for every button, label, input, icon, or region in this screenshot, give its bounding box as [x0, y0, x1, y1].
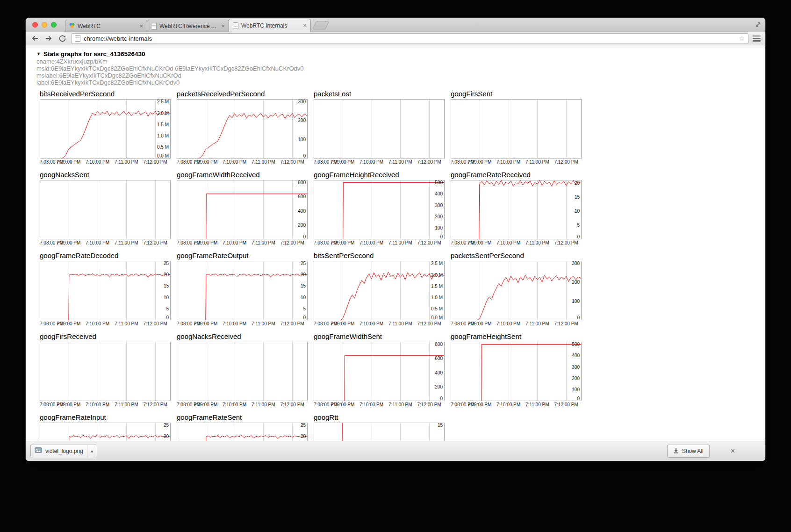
chart-bitsSentPerSecond: bitsSentPerSecond2.5 M2.0 M1.5 M1.0 M0.5… [314, 252, 451, 327]
address-bar[interactable]: chrome://webrtc-internals ☆ [71, 33, 748, 44]
forward-button[interactable] [44, 34, 53, 43]
chart-title: packetsSentPerSecond [451, 252, 588, 260]
chart-title: googFrameHeightReceived [314, 171, 451, 179]
ssrc-meta-msid: msid:6E9laEYkyxIkTCxDgc82ZGoEhlCfxNuCKrO… [36, 65, 765, 72]
y-axis-tick: 0 [303, 153, 306, 158]
chart-plot [451, 99, 582, 158]
chart-plot: 20151050 [451, 180, 582, 239]
tab-label: WebRTC [78, 23, 137, 29]
y-axis-tick: 100 [435, 225, 443, 230]
x-axis-label: 7:10:00 PM [86, 240, 109, 245]
chart-googFirsSent: googFirsSent7:08:00 PM7:09:00 PM7:10:00 … [451, 90, 588, 165]
x-axis-label: 7:10:00 PM [223, 159, 246, 165]
y-axis-tick: 0 [440, 396, 443, 401]
y-axis-tick: 600 [435, 356, 443, 361]
tab-webrtc-internals[interactable]: WebRTC Internals × [229, 19, 311, 32]
back-button[interactable] [30, 34, 40, 43]
zoom-window-button[interactable] [51, 22, 57, 28]
x-axis-labels: 7:08:00 PM7:09:00 PM7:10:00 PM7:11:00 PM… [177, 240, 314, 246]
y-axis-tick: 600 [298, 194, 306, 199]
chart-plot: 2.5 M2.0 M1.5 M1.0 M0.5 M0.0 M [314, 261, 445, 320]
y-axis-tick: 20 [575, 180, 580, 186]
url-text[interactable]: chrome://webrtc-internals [84, 35, 152, 42]
tab-close-icon[interactable]: × [139, 23, 143, 29]
y-axis-tick: 300 [435, 203, 443, 208]
page-favicon-icon [151, 23, 157, 29]
x-axis-label: 7:12:00 PM [280, 402, 304, 407]
y-axis-tick: 25 [301, 423, 306, 428]
y-axis-tick: 0.0 M [157, 153, 169, 158]
x-axis-labels: 7:08:00 PM7:09:00 PM7:10:00 PM7:11:00 PM… [40, 159, 177, 165]
y-axis-tick: 5 [166, 306, 169, 311]
y-axis-tick: 15 [301, 283, 306, 288]
page-content: ▼ Stats graphs for ssrc_4136526430 cname… [26, 45, 765, 461]
chart-googFrameWidthReceived: googFrameWidthReceived80060040020007:08:… [177, 171, 314, 246]
y-axis-tick: 20 [301, 434, 306, 439]
download-bar-close-icon[interactable]: × [731, 447, 735, 455]
x-axis-label: 7:11:00 PM [525, 159, 549, 165]
x-axis-label: 7:09:00 PM [331, 402, 354, 407]
chart-packetsSentPerSecond: packetsSentPerSecond30020010007:08:00 PM… [451, 252, 588, 327]
x-axis-labels: 7:08:00 PM7:09:00 PM7:10:00 PM7:11:00 PM… [40, 321, 177, 327]
y-axis-tick: 2.0 M [157, 111, 169, 116]
chart-googFrameRateDecoded: googFrameRateDecoded25201510507:08:00 PM… [40, 252, 177, 327]
y-axis-tick: 300 [298, 99, 306, 104]
x-axis-label: 7:09:00 PM [57, 402, 80, 407]
chart-plot: 2520151050 [177, 261, 308, 320]
chart-googNacksReceived: googNacksReceived7:08:00 PM7:09:00 PM7:1… [177, 332, 314, 408]
y-axis-tick: 500 [572, 342, 580, 347]
tab-webrtc-reference-app[interactable]: WebRTC Reference App × [147, 20, 229, 32]
y-axis-tick: 0.5 M [157, 144, 169, 150]
x-axis-label: 7:10:00 PM [360, 159, 383, 165]
x-axis-label: 7:10:00 PM [86, 402, 109, 407]
y-axis-tick: 25 [164, 261, 169, 266]
collapse-caret-icon[interactable]: ▼ [36, 51, 41, 56]
download-item[interactable]: vidtel_logo.png ▾ [30, 445, 97, 458]
x-axis-label: 7:10:00 PM [496, 240, 520, 245]
x-axis-label: 7:09:00 PM [467, 240, 491, 245]
x-axis-labels: 7:08:00 PM7:09:00 PM7:10:00 PM7:11:00 PM… [314, 159, 451, 165]
tab-label: WebRTC Reference App [159, 23, 218, 29]
tab-close-icon[interactable]: × [303, 22, 307, 29]
chart-plot: 2.5 M2.0 M1.5 M1.0 M0.5 M0.0 M [40, 99, 171, 158]
browser-window: WebRTC × WebRTC Reference App × WebRTC I… [26, 18, 765, 461]
tab-strip: WebRTC × WebRTC Reference App × WebRTC I… [26, 18, 765, 32]
y-axis-tick: 500 [435, 180, 443, 185]
menu-icon[interactable] [753, 36, 761, 42]
reload-button[interactable] [58, 34, 67, 43]
charts-grid: bitsReceivedPerSecond2.5 M2.0 M1.5 M1.0 … [36, 90, 765, 461]
x-axis-label: 7:09:00 PM [57, 240, 80, 245]
download-menu-chevron-icon[interactable]: ▾ [87, 449, 97, 454]
close-window-button[interactable] [32, 22, 38, 28]
x-axis-label: 7:12:00 PM [144, 159, 167, 165]
browser-toolbar: chrome://webrtc-internals ☆ [26, 32, 765, 45]
tab-close-icon[interactable]: × [221, 23, 225, 29]
y-axis-tick: 0.0 M [431, 315, 443, 320]
x-axis-labels: 7:08:00 PM7:09:00 PM7:10:00 PM7:11:00 PM… [314, 402, 451, 408]
tab-webrtc[interactable]: WebRTC × [65, 20, 147, 32]
y-axis-tick: 2.0 M [431, 273, 443, 278]
webrtc-logo-icon [69, 22, 75, 29]
y-axis-tick: 0 [577, 234, 580, 239]
ssrc-meta-label: label:6E9laEYkyxIkTCxDgc82ZGoEhlCfxNuCKr… [36, 79, 765, 86]
chart-title: packetsLost [314, 90, 451, 98]
x-axis-label: 7:12:00 PM [554, 402, 578, 407]
new-tab-button[interactable] [312, 22, 329, 29]
chart-plot: 5004003002001000 [451, 342, 582, 401]
x-axis-label: 7:10:00 PM [496, 402, 520, 407]
x-axis-labels: 7:08:00 PM7:09:00 PM7:10:00 PM7:11:00 PM… [451, 321, 588, 327]
x-axis-label: 7:11:00 PM [115, 321, 138, 326]
chart-plot: 5004003002001000 [314, 180, 445, 239]
bookmark-star-icon[interactable]: ☆ [739, 35, 745, 42]
y-axis-tick: 800 [435, 342, 443, 347]
chart-title: googNacksSent [40, 171, 177, 179]
minimize-window-button[interactable] [42, 22, 47, 28]
stats-section-header[interactable]: ▼ Stats graphs for ssrc_4136526430 [36, 50, 765, 58]
show-all-downloads-button[interactable]: Show All [667, 445, 710, 458]
y-axis-tick: 0 [166, 315, 169, 320]
page-icon [75, 35, 80, 42]
fullscreen-icon[interactable] [755, 21, 761, 29]
chart-plot: 3002001000 [177, 99, 308, 158]
x-axis-label: 7:09:00 PM [194, 402, 217, 407]
x-axis-label: 7:11:00 PM [252, 321, 275, 326]
